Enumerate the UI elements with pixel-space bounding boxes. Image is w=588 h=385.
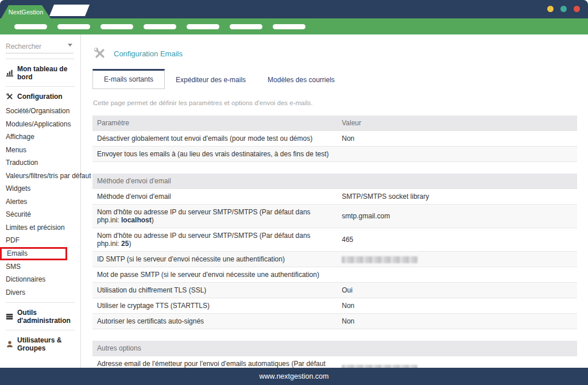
table-row: Envoyer tous les emails à (au lieu des v…	[92, 147, 577, 162]
page-description: Cette page permet de définir les paramèt…	[93, 99, 577, 106]
sidebar-item-societe[interactable]: Société/Organisation	[6, 106, 75, 116]
section-header: Méthode d'envoi d'email	[92, 174, 577, 189]
top-bar: NextGestion	[0, 0, 588, 18]
footer-bar: www.nextgestion.com	[0, 368, 588, 385]
redacted-top-tab[interactable]	[49, 5, 90, 16]
divider	[6, 302, 75, 303]
highlight-annotation: Emails	[0, 247, 67, 260]
table-row: ID SMTP (si le serveur d'envoi nécessite…	[92, 252, 577, 267]
divider	[6, 59, 75, 59]
param-label: Envoyer tous les emails à (au lieu des v…	[92, 147, 337, 162]
user-icon	[6, 340, 14, 348]
menu-item-redacted[interactable]	[187, 24, 219, 29]
sidebar: Mon tableau de bord Configuration Sociét…	[0, 34, 81, 368]
tab-modeles-courriels[interactable]: Modèles des courriels	[257, 71, 346, 89]
window-controls	[547, 6, 580, 12]
table-header-row: Méthode d'envoi d'email	[92, 174, 577, 189]
table-row: Nom d'hôte ou adresse IP du serveur SMTP…	[92, 228, 577, 252]
page-title-text: Configuration Emails	[114, 49, 183, 58]
main-menu-bar	[0, 18, 588, 34]
sidebar-search	[6, 41, 75, 53]
sidebar-item-valeurs[interactable]: Valeurs/filtres/tris par défaut	[6, 171, 75, 181]
window-dot-yellow[interactable]	[547, 6, 554, 12]
menu-item-redacted[interactable]	[144, 24, 176, 29]
param-value	[337, 267, 577, 283]
app-window: NextGestion	[0, 0, 588, 385]
sidebar-section-users-groups[interactable]: Utilisateurs & Groupes	[6, 336, 75, 352]
table-row: Utilisation du chiffrement TLS (SSL) Oui	[92, 283, 577, 298]
window-dot-red[interactable]	[574, 6, 580, 12]
tab-bar: E-mails sortants Expéditeur des e-mails …	[92, 69, 577, 90]
other-options-table: Autres options Adresse email de l'émette…	[92, 341, 577, 368]
menu-item-redacted[interactable]	[57, 24, 90, 29]
param-label: Adresse email de l'émetteur pour l'envoi…	[92, 356, 337, 368]
sidebar-item-dictionnaires[interactable]: Dictionnaires	[6, 274, 75, 284]
sidebar-item-emails-selected[interactable]: Emails	[7, 249, 65, 259]
param-value: Non	[337, 131, 577, 147]
param-value: Oui	[337, 283, 577, 298]
divider	[6, 86, 75, 87]
bar-chart-icon	[6, 69, 14, 77]
param-label: ID SMTP (si le serveur d'envoi nécessite…	[92, 252, 337, 267]
table-header-row: Paramètre Valeur	[92, 116, 577, 131]
sidebar-item-dashboard[interactable]: Mon tableau de bord	[6, 65, 75, 81]
sidebar-section-label: Outils d'administration	[17, 309, 75, 325]
param-label: Mot de passe SMTP (si le serveur d'envoi…	[92, 267, 337, 283]
table-row: Mot de passe SMTP (si le serveur d'envoi…	[92, 267, 577, 283]
param-label: Autoriser les certificats auto-signés	[92, 314, 337, 329]
sidebar-item-label: Mon tableau de bord	[17, 65, 75, 81]
menu-item-redacted[interactable]	[273, 24, 305, 29]
main-content: Configuration Emails E-mails sortants Ex…	[81, 34, 588, 368]
table-row: Utiliser le cryptage TTS (STARTTLS) Non	[92, 298, 577, 314]
table-row: Adresse email de l'émetteur pour l'envoi…	[92, 356, 577, 368]
menu-item-redacted[interactable]	[230, 24, 262, 29]
sidebar-item-sms[interactable]: SMS	[6, 261, 75, 272]
sidebar-item-modules[interactable]: Modules/Applications	[6, 119, 75, 129]
param-value: 465	[337, 228, 577, 252]
table-row: Nom d'hôte ou adresse IP du serveur SMTP…	[92, 205, 577, 228]
page-title: Configuration Emails	[94, 47, 577, 60]
param-value	[337, 356, 577, 368]
brand-label: NextGestion	[9, 9, 44, 16]
sidebar-item-pdf[interactable]: PDF	[6, 235, 75, 245]
param-value: Non	[337, 298, 577, 314]
tab-emails-sortants[interactable]: E-mails sortants	[92, 69, 165, 89]
menu-item-redacted[interactable]	[14, 24, 47, 29]
param-value: Non	[337, 314, 577, 329]
table-row: Méthode d'envoi d'email SMTP/SMTPS socke…	[92, 189, 577, 205]
table-row: Désactiver globalement tout envoi d'emai…	[92, 131, 577, 147]
footer-link[interactable]: www.nextgestion.com	[260, 372, 329, 380]
tools-icon	[6, 93, 14, 101]
search-input[interactable]	[6, 41, 74, 53]
table-row: Autoriser les certificats auto-signés No…	[92, 314, 577, 329]
window-dot-teal[interactable]	[560, 6, 567, 12]
tab-expediteur[interactable]: Expéditeur des e-mails	[165, 71, 257, 89]
divider	[6, 330, 75, 330]
sidebar-section-configuration[interactable]: Configuration	[6, 93, 75, 101]
sidebar-item-limites[interactable]: Limites et précision	[6, 222, 75, 233]
send-method-table: Méthode d'envoi d'email Méthode d'envoi …	[92, 174, 577, 329]
section-header: Autres options	[92, 341, 577, 356]
menu-item-redacted[interactable]	[100, 24, 133, 29]
param-label: Nom d'hôte ou adresse IP du serveur SMTP…	[92, 228, 337, 252]
param-value: smtp.gmail.com	[337, 205, 577, 228]
param-label: Utilisation du chiffrement TLS (SSL)	[92, 283, 337, 298]
setup-tools-icon	[94, 47, 106, 60]
sidebar-section-admin-tools[interactable]: Outils d'administration	[6, 309, 75, 325]
param-value	[337, 252, 577, 267]
brand-tab[interactable]: NextGestion	[1, 5, 51, 18]
sidebar-item-alertes[interactable]: Alertes	[6, 197, 75, 207]
parameters-table: Paramètre Valeur Désactiver globalement …	[92, 116, 577, 162]
sidebar-item-securite[interactable]: Sécurité	[6, 209, 75, 220]
param-label: Méthode d'envoi d'email	[92, 189, 337, 205]
sidebar-item-menus[interactable]: Menus	[6, 145, 75, 155]
param-label: Utiliser le cryptage TTS (STARTTLS)	[92, 298, 337, 314]
sidebar-item-traduction[interactable]: Traduction	[6, 157, 75, 168]
chevron-down-icon[interactable]	[68, 44, 72, 47]
column-header-parametre: Paramètre	[92, 116, 337, 131]
sidebar-item-divers[interactable]: Divers	[6, 287, 75, 298]
sidebar-item-affichage[interactable]: Affichage	[6, 132, 75, 142]
param-value: SMTP/SMTPS socket library	[337, 189, 577, 205]
sidebar-item-widgets[interactable]: Widgets	[6, 183, 75, 194]
param-label: Désactiver globalement tout envoi d'emai…	[92, 131, 337, 147]
